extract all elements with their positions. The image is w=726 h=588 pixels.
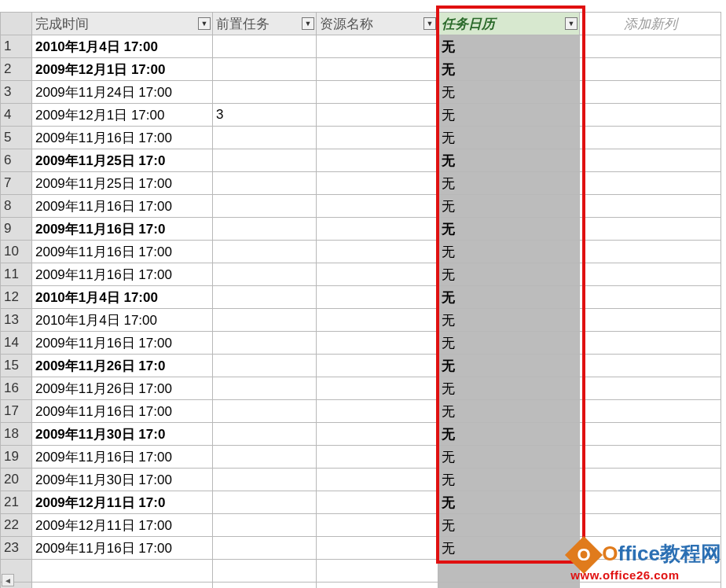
row-number[interactable]: 14 (1, 332, 32, 355)
cell-predecessor[interactable] (213, 263, 317, 286)
row-number[interactable]: 19 (1, 446, 32, 469)
cell-finish[interactable]: 2009年11月16日 17:00 (32, 400, 213, 423)
cell-calendar[interactable] (438, 560, 580, 582)
cell-predecessor[interactable] (213, 514, 317, 537)
cell-calendar[interactable]: 无 (438, 309, 580, 332)
cell-calendar[interactable]: 无 (438, 537, 580, 560)
row-number[interactable]: 10 (1, 241, 32, 263)
cell-calendar[interactable]: 无 (438, 149, 580, 172)
table-row[interactable]: 192009年11月16日 17:00无 (1, 446, 721, 469)
row-number[interactable]: 17 (1, 400, 32, 423)
cell-resource[interactable] (317, 560, 438, 582)
cell-finish[interactable]: 2009年11月24日 17:00 (32, 81, 213, 104)
cell-predecessor[interactable] (213, 377, 317, 400)
cell-predecessor[interactable] (213, 127, 317, 149)
cell-predecessor[interactable] (213, 58, 317, 81)
cell-empty[interactable] (580, 514, 721, 537)
cell-empty[interactable] (580, 149, 721, 172)
table-row[interactable]: 122010年1月4日 17:00无 (1, 286, 721, 309)
cell-empty[interactable] (580, 582, 721, 589)
row-number[interactable]: 11 (1, 263, 32, 286)
cell-finish[interactable]: 2010年1月4日 17:00 (32, 286, 213, 309)
cell-calendar[interactable]: 无 (438, 514, 580, 537)
row-number[interactable]: 18 (1, 423, 32, 446)
cell-finish[interactable]: 2009年11月25日 17:00 (32, 172, 213, 195)
table-row[interactable]: 12010年1月4日 17:00无 (1, 35, 721, 58)
row-number[interactable]: 12 (1, 286, 32, 309)
table-row[interactable]: 92009年11月16日 17:0无 (1, 218, 721, 241)
cell-empty[interactable] (580, 423, 721, 446)
cell-predecessor[interactable] (213, 582, 317, 589)
cell-finish[interactable]: 2009年11月16日 17:0 (32, 218, 213, 241)
cell-finish[interactable]: 2009年11月16日 17:00 (32, 446, 213, 469)
table-row[interactable]: 112009年11月16日 17:00无 (1, 263, 721, 286)
cell-resource[interactable] (317, 446, 438, 469)
cell-empty[interactable] (580, 195, 721, 218)
table-row[interactable]: 22009年12月1日 17:00无 (1, 58, 721, 81)
cell-predecessor[interactable] (213, 309, 317, 332)
cell-predecessor[interactable] (213, 560, 317, 582)
cell-calendar[interactable]: 无 (438, 332, 580, 355)
cell-predecessor[interactable] (213, 491, 317, 514)
cell-finish[interactable]: 2009年11月16日 17:00 (32, 537, 213, 560)
table-row[interactable]: 52009年11月16日 17:00无 (1, 127, 721, 149)
cell-calendar[interactable]: 无 (438, 423, 580, 446)
filter-dropdown-icon[interactable]: ▼ (302, 17, 314, 30)
cell-predecessor[interactable] (213, 423, 317, 446)
cell-calendar[interactable]: 无 (438, 127, 580, 149)
col-header-predecessor[interactable]: 前置任务 ▼ (213, 13, 317, 35)
row-number[interactable]: 5 (1, 127, 32, 149)
cell-empty[interactable] (580, 263, 721, 286)
cell-predecessor[interactable] (213, 218, 317, 241)
cell-empty[interactable] (580, 491, 721, 514)
cell-resource[interactable] (317, 514, 438, 537)
cell-resource[interactable] (317, 81, 438, 104)
cell-finish[interactable]: 2009年12月1日 17:00 (32, 58, 213, 81)
row-number[interactable]: 2 (1, 58, 32, 81)
cell-calendar[interactable]: 无 (438, 469, 580, 491)
cell-predecessor[interactable] (213, 172, 317, 195)
col-header-finish[interactable]: 完成时间 ▼ (32, 13, 213, 35)
cell-empty[interactable] (580, 58, 721, 81)
table-row[interactable]: 212009年12月11日 17:0无 (1, 491, 721, 514)
cell-predecessor[interactable] (213, 332, 317, 355)
cell-predecessor[interactable] (213, 446, 317, 469)
cell-empty[interactable] (580, 469, 721, 491)
cell-predecessor[interactable] (213, 35, 317, 58)
table-row[interactable]: 172009年11月16日 17:00无 (1, 400, 721, 423)
row-number[interactable]: 20 (1, 469, 32, 491)
cell-finish[interactable]: 2009年11月26日 17:0 (32, 355, 213, 377)
cell-predecessor[interactable] (213, 355, 317, 377)
cell-finish[interactable]: 2009年11月16日 17:00 (32, 263, 213, 286)
cell-empty[interactable] (580, 400, 721, 423)
cell-finish[interactable] (32, 582, 213, 589)
cell-empty[interactable] (580, 446, 721, 469)
cell-resource[interactable] (317, 195, 438, 218)
cell-empty[interactable] (580, 241, 721, 263)
cell-finish[interactable]: 2009年11月16日 17:00 (32, 332, 213, 355)
cell-resource[interactable] (317, 332, 438, 355)
cell-predecessor[interactable] (213, 286, 317, 309)
cell-calendar[interactable]: 无 (438, 172, 580, 195)
table-row[interactable]: 32009年11月24日 17:00无 (1, 81, 721, 104)
col-header-addnew[interactable]: 添加新列 (580, 13, 721, 35)
cell-empty[interactable] (580, 332, 721, 355)
cell-empty[interactable] (580, 309, 721, 332)
cell-resource[interactable] (317, 241, 438, 263)
cell-resource[interactable] (317, 469, 438, 491)
cell-predecessor[interactable] (213, 149, 317, 172)
cell-predecessor[interactable] (213, 195, 317, 218)
table-row[interactable]: 222009年12月11日 17:00无 (1, 514, 721, 537)
cell-resource[interactable] (317, 35, 438, 58)
cell-empty[interactable] (580, 104, 721, 127)
cell-finish[interactable]: 2009年11月16日 17:00 (32, 127, 213, 149)
cell-calendar[interactable] (438, 582, 580, 589)
filter-dropdown-icon[interactable]: ▼ (424, 17, 436, 30)
table-row[interactable]: 162009年11月26日 17:00无 (1, 377, 721, 400)
cell-calendar[interactable]: 无 (438, 218, 580, 241)
cell-predecessor[interactable] (213, 537, 317, 560)
table-row[interactable]: 102009年11月16日 17:00无 (1, 241, 721, 263)
cell-calendar[interactable]: 无 (438, 446, 580, 469)
cell-empty[interactable] (580, 377, 721, 400)
project-grid[interactable]: 完成时间 ▼ 前置任务 ▼ 资源名称 ▼ 任务日历 ▼ 添加新列 12010年1… (0, 12, 721, 588)
